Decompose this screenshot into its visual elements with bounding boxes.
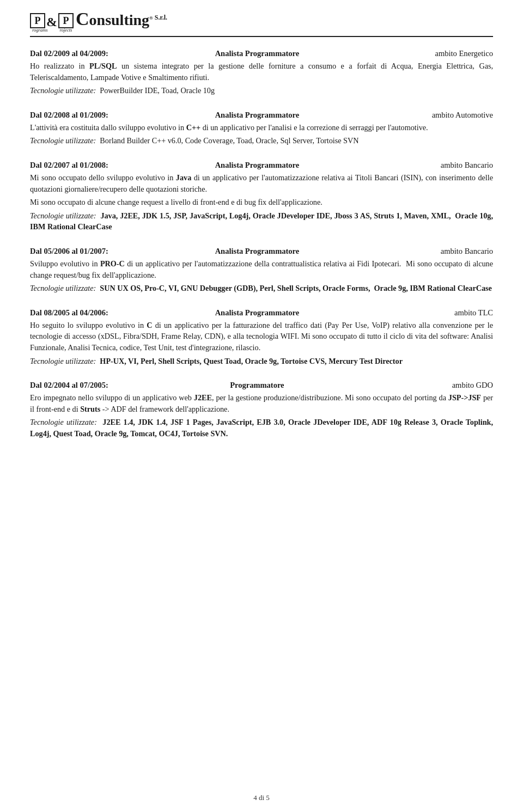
section-body-bancario-2007: Mi sono occupato dello sviluppo evolutiv… xyxy=(30,172,493,233)
para-tlc-tech: Tecnologie utilizzate: HP-UX, VI, Perl, … xyxy=(30,356,493,367)
para-bancario-2007-tech: Tecnologie utilizzate: Java, J2EE, JDK 1… xyxy=(30,210,493,233)
page-number: 4 di 5 xyxy=(253,793,270,802)
section-role-tlc: Analista Programmatore xyxy=(108,308,406,318)
section-date-gdo: Dal 02/2004 al 07/2005: xyxy=(30,381,108,390)
section-domain-gdo: ambito GDO xyxy=(406,381,493,390)
section-header-automotive: Dal 02/2008 al 01/2009: Analista Program… xyxy=(30,111,493,120)
consulting-text: Consulting® S.r.l. xyxy=(76,10,167,28)
section-tlc: Dal 08/2005 al 04/2006: Analista Program… xyxy=(30,308,493,367)
section-date-automotive: Dal 02/2008 al 01/2009: xyxy=(30,111,108,120)
projects-label: rojects xyxy=(60,27,72,33)
programs-label: rograms xyxy=(32,27,48,33)
section-body-tlc: Ho seguito lo sviluppo evolutivo in C di… xyxy=(30,320,493,367)
section-domain-automotive: ambito Automotive xyxy=(406,111,493,120)
logo-subtitles: rograms rojects xyxy=(30,27,72,33)
logo: P & P Consulting® S.r.l. rograms rojects xyxy=(30,10,167,33)
ampersand: & xyxy=(45,15,58,28)
para-tlc-1: Ho seguito lo sviluppo evolutivo in C di… xyxy=(30,320,493,353)
section-domain-tlc: ambito TLC xyxy=(406,308,493,318)
section-gdo: Dal 02/2004 al 07/2005: Programmatore am… xyxy=(30,381,493,439)
p-projects-box: P xyxy=(58,13,74,28)
section-domain-bancario-2006: ambito Bancario xyxy=(406,247,493,256)
para-automotive-tech: Tecnologie utilizzate: Borland Builder C… xyxy=(30,135,493,146)
section-role-gdo: Programmatore xyxy=(108,381,406,390)
section-header-bancario-2007: Dal 02/2007 al 01/2008: Analista Program… xyxy=(30,161,493,170)
section-header-gdo: Dal 02/2004 al 07/2005: Programmatore am… xyxy=(30,381,493,390)
section-automotive: Dal 02/2008 al 01/2009: Analista Program… xyxy=(30,111,493,146)
section-body-gdo: Ero impegnato nello sviluppo di un appli… xyxy=(30,392,493,439)
para-bancario-2006-tech: Tecnologie utilizzate: SUN UX OS, Pro-C,… xyxy=(30,283,493,294)
section-date-tlc: Dal 08/2005 al 04/2006: xyxy=(30,308,108,318)
para-bancario-2007-1: Mi sono occupato dello sviluppo evolutiv… xyxy=(30,172,493,194)
p-programs-box: P xyxy=(30,13,45,28)
header: P & P Consulting® S.r.l. rograms rojects xyxy=(30,10,493,37)
section-domain-energetico: ambito Energetico xyxy=(406,49,493,58)
section-role-energetico: Analista Programmatore xyxy=(108,49,406,58)
para-automotive-1: L'attività era costituita dallo sviluppo… xyxy=(30,122,493,133)
section-role-bancario-2007: Analista Programmatore xyxy=(108,161,406,170)
footer: 4 di 5 xyxy=(0,793,523,802)
section-header-bancario-2006: Dal 05/2006 al 01/2007: Analista Program… xyxy=(30,247,493,256)
section-energetico: Dal 02/2009 al 04/2009: Analista Program… xyxy=(30,49,493,96)
section-body-bancario-2006: Sviluppo evolutivo in PRO-C di un applic… xyxy=(30,258,493,294)
section-domain-bancario-2007: ambito Bancario xyxy=(406,161,493,170)
section-bancario-2007: Dal 02/2007 al 01/2008: Analista Program… xyxy=(30,161,493,233)
para-energetico-tech: Tecnologie utilizzate: PowerBuilder IDE,… xyxy=(30,85,493,96)
section-date-bancario-2007: Dal 02/2007 al 01/2008: xyxy=(30,161,108,170)
section-body-automotive: L'attività era costituita dallo sviluppo… xyxy=(30,122,493,146)
section-date-energetico: Dal 02/2009 al 04/2009: xyxy=(30,49,108,58)
section-header-tlc: Dal 08/2005 al 04/2006: Analista Program… xyxy=(30,308,493,318)
section-body-energetico: Ho realizzato in PL/SQL un sistema integ… xyxy=(30,60,493,96)
page: P & P Consulting® S.r.l. rograms rojects… xyxy=(0,0,523,812)
section-date-bancario-2006: Dal 05/2006 al 01/2007: xyxy=(30,247,108,256)
section-bancario-2006: Dal 05/2006 al 01/2007: Analista Program… xyxy=(30,247,493,294)
para-gdo-tech: Tecnologie utilizzate: J2EE 1.4, JDK 1.4… xyxy=(30,417,493,439)
para-gdo-1: Ero impegnato nello sviluppo di un appli… xyxy=(30,392,493,414)
section-header-energetico: Dal 02/2009 al 04/2009: Analista Program… xyxy=(30,49,493,58)
section-role-automotive: Analista Programmatore xyxy=(108,111,406,120)
para-bancario-2007-2: Mi sono occupato di alcune change reques… xyxy=(30,197,493,208)
para-bancario-2006-1: Sviluppo evolutivo in PRO-C di un applic… xyxy=(30,258,493,280)
section-role-bancario-2006: Analista Programmatore xyxy=(108,247,406,256)
para-energetico-1: Ho realizzato in PL/SQL un sistema integ… xyxy=(30,60,493,83)
